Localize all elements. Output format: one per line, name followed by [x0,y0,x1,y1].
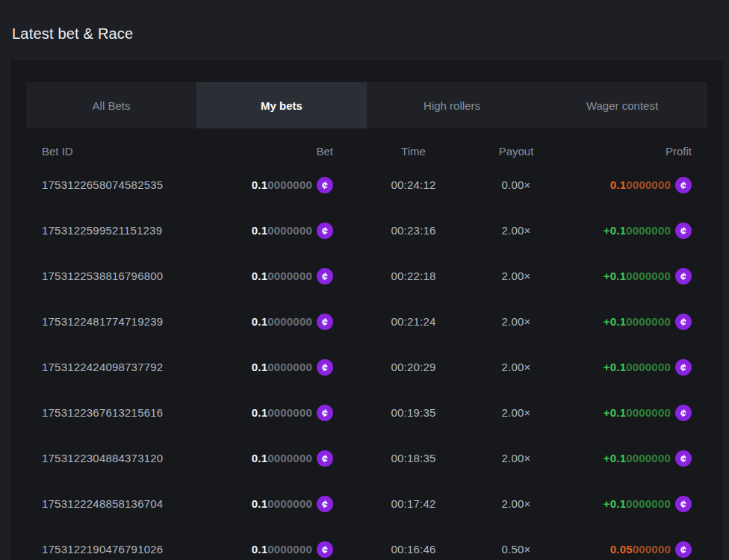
bet-id: 1753122367613215616 [42,406,214,419]
coin-icon: ¢ [675,541,692,558]
coin-icon: ¢ [317,450,333,467]
bet-time: 00:21:24 [391,315,436,328]
bet-id: 1753122248858136704 [42,497,214,510]
bet-amount: 0.10000000 ¢ [252,177,333,193]
coin-icon: ¢ [675,268,692,284]
table-row[interactable]: 1753122424098737792 0.10000000 ¢ 00:20:2… [26,344,707,390]
coin-icon: ¢ [675,496,692,512]
bet-amount: 0.10000000 ¢ [252,450,333,467]
coin-icon: ¢ [675,405,692,421]
bet-time: 00:19:35 [391,406,436,419]
bet-profit: 0.10000000 ¢ [610,177,692,193]
coin-icon: ¢ [317,268,333,284]
coin-icon: ¢ [317,541,333,558]
tab-all-bets[interactable]: All Bets [26,82,196,128]
bet-time: 00:22:18 [391,270,436,282]
coin-icon: ¢ [317,359,333,376]
header-payout: Payout [499,145,534,158]
page-title: Latest bet & Race [12,25,729,43]
table-body: 1753122658074582535 0.10000000 ¢ 00:24:1… [26,162,707,560]
table-row[interactable]: 1753122538816796800 0.10000000 ¢ 00:22:1… [26,253,707,299]
bet-profit: +0.10000000 ¢ [604,359,692,376]
bet-profit: +0.10000000 ¢ [604,223,692,239]
bet-id: 1753122304884373120 [42,452,214,464]
table-row[interactable]: 1753122481774719239 0.10000000 ¢ 00:21:2… [26,299,707,344]
bet-amount: 0.10000000 ¢ [252,268,333,284]
tab-wager-contest[interactable]: Wager contest [537,82,707,128]
bet-amount: 0.10000000 ¢ [252,496,333,512]
bet-payout: 2.00× [502,406,531,419]
tab-my-bets[interactable]: My bets [196,82,367,128]
bet-payout: 2.00× [502,224,531,237]
coin-icon: ¢ [675,223,692,239]
bet-id: 1753122190476791026 [42,543,214,556]
bet-profit: 0.05000000 ¢ [610,541,692,558]
coin-icon: ¢ [317,314,333,330]
bet-id: 1753122538816796800 [42,270,214,282]
bet-profit: +0.10000000 ¢ [604,405,692,421]
bet-payout: 2.00× [502,270,531,282]
table-row[interactable]: 1753122367613215616 0.10000000 ¢ 00:19:3… [26,390,707,435]
bet-profit: +0.10000000 ¢ [604,314,692,330]
coin-icon: ¢ [675,450,692,467]
table-row[interactable]: 1753122658074582535 0.10000000 ¢ 00:24:1… [26,162,707,208]
header-bet: Bet [316,145,333,158]
table-row[interactable]: 1753122304884373120 0.10000000 ¢ 00:18:3… [26,435,707,481]
table-row[interactable]: 1753122248858136704 0.10000000 ¢ 00:17:4… [26,481,707,526]
bet-amount: 0.10000000 ¢ [252,314,333,330]
bet-id: 1753122599521151239 [42,224,214,237]
coin-icon: ¢ [317,405,333,421]
bet-payout: 2.00× [502,497,531,510]
bet-amount: 0.10000000 ¢ [252,541,333,558]
coin-icon: ¢ [675,359,692,376]
bet-id: 1753122424098737792 [42,361,214,373]
page-header: Latest bet & Race [0,0,729,60]
bet-payout: 2.00× [502,452,531,464]
bet-amount: 0.10000000 ¢ [252,405,333,421]
coin-icon: ¢ [675,314,692,330]
tab-high-rollers[interactable]: High rollers [367,82,537,128]
coin-icon: ¢ [317,496,333,512]
bet-time: 00:18:35 [391,452,436,464]
bet-payout: 0.50× [502,543,531,556]
bet-profit: +0.10000000 ¢ [604,496,692,512]
bet-profit: +0.10000000 ¢ [604,268,692,284]
header-profit: Profit [666,145,692,158]
header-bet-id: Bet ID [42,145,214,158]
latest-bets-panel: All Bets My bets High rollers Wager cont… [10,60,723,560]
bet-amount: 0.10000000 ¢ [252,223,333,239]
bet-profit: +0.10000000 ¢ [604,450,692,467]
coin-icon: ¢ [675,177,692,193]
table-header: Bet ID Bet Time Payout Profit [26,140,707,162]
coin-icon: ¢ [317,223,333,239]
bet-id: 1753122658074582535 [42,178,214,191]
header-time: Time [401,145,426,158]
bet-time: 00:24:12 [391,178,436,191]
bet-payout: 2.00× [502,361,531,373]
table-row[interactable]: 1753122190476791026 0.10000000 ¢ 00:16:4… [26,526,707,560]
bet-time: 00:17:42 [391,497,436,510]
bets-tabbar: All Bets My bets High rollers Wager cont… [26,82,707,128]
bet-time: 00:23:16 [391,224,436,237]
bet-time: 00:20:29 [391,361,436,373]
table-row[interactable]: 1753122599521151239 0.10000000 ¢ 00:23:1… [26,208,707,253]
bet-payout: 0.00× [502,178,531,191]
coin-icon: ¢ [317,177,333,193]
bet-payout: 2.00× [502,315,531,328]
bet-id: 1753122481774719239 [42,315,214,328]
bet-time: 00:16:46 [391,543,436,556]
bet-amount: 0.10000000 ¢ [252,359,333,376]
